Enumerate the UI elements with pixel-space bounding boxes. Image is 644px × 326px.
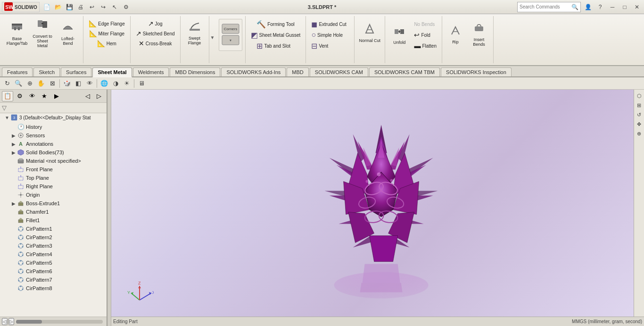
tree-node-cirpattern5[interactable]: CirPattern5: [0, 259, 107, 267]
minimize-button[interactable]: ─: [607, 2, 618, 12]
camera-button[interactable]: 🖥: [136, 79, 147, 88]
swept-flange-button[interactable]: Swept Flange: [183, 17, 206, 49]
zoom-window-button[interactable]: ⊕: [25, 79, 35, 88]
save-button[interactable]: 💾: [64, 2, 74, 12]
display-settings-button[interactable]: 🌐: [99, 79, 109, 88]
tree-node-cirpattern2[interactable]: CirPattern2: [0, 233, 107, 242]
tab-and-slot-button[interactable]: ⊞ Tab and Slot: [254, 41, 297, 51]
document-node[interactable]: ▼ 3 3 (Default<<Default>_Display Stat: [0, 113, 107, 122]
new-button[interactable]: 📄: [41, 2, 52, 12]
view-style-button[interactable]: ◧: [73, 79, 83, 88]
resize-handle[interactable]: [107, 90, 111, 326]
tab-solidworks-cam-tbm[interactable]: SOLIDWORKS CAM TBM: [369, 67, 440, 76]
tree-node-cirpattern4[interactable]: CirPattern4: [0, 250, 107, 259]
cross-break-button[interactable]: ✕ Cross-Break: [136, 39, 174, 48]
extruded-cut-button[interactable]: ◼ Extruded Cut: [309, 19, 351, 29]
panel-tab-properties[interactable]: ⚙: [14, 91, 25, 101]
no-bends-button[interactable]: No Bends: [412, 19, 439, 29]
tree-node-origin[interactable]: Origin: [0, 191, 107, 199]
tab-mbd-dimensions[interactable]: MBD Dimensions: [170, 67, 220, 76]
unfold-button[interactable]: Unfold: [388, 19, 411, 51]
tree-node-chamfer1[interactable]: Chamfer1: [0, 208, 107, 216]
3d-viewport[interactable]: X Y Z ⬡ ⊞ ↺ ✥ ⊕ ≡ Editing Part MMGS (mil…: [111, 90, 644, 326]
options-button[interactable]: ⚙: [121, 2, 131, 12]
redo-button[interactable]: ↪: [98, 2, 108, 12]
rip-button[interactable]: Rip: [445, 19, 466, 51]
tab-weldments[interactable]: Weldments: [133, 67, 169, 76]
sketched-bend-button[interactable]: ↗ Sketched Bend: [133, 29, 177, 38]
hem-button[interactable]: 📐 Hem: [95, 39, 119, 48]
user-button[interactable]: 👤: [583, 2, 593, 12]
panel-tab-expand[interactable]: ▶: [51, 91, 62, 101]
appearance-button[interactable]: ◑: [110, 79, 121, 88]
tree-node-solid-bodies[interactable]: ▶ Solid Bodies(73): [0, 148, 107, 157]
maximize-button[interactable]: □: [619, 2, 630, 12]
flatten-button[interactable]: ▬ Flatten: [412, 41, 439, 51]
convert-to-sheet-button[interactable]: Convert to Sheet Metal: [30, 17, 55, 49]
scene-button[interactable]: ☀: [122, 79, 132, 88]
select-button[interactable]: ↖: [109, 2, 120, 12]
simple-hole-button[interactable]: ○ Simple Hole: [309, 30, 351, 40]
tab-surfaces[interactable]: Surfaces: [61, 67, 91, 76]
base-flange-button[interactable]: Base Flange/Tab: [5, 17, 29, 49]
panel-scroll-left[interactable]: ◁: [2, 318, 8, 325]
corners-button[interactable]: Corners ▼: [219, 19, 242, 51]
help-button[interactable]: ?: [595, 2, 605, 12]
zoom-in-button[interactable]: 🔍: [13, 79, 24, 88]
rotate-button[interactable]: ↻: [2, 79, 12, 88]
tab-features[interactable]: Features: [2, 67, 33, 76]
tree-node-right-plane[interactable]: Right Plane: [0, 182, 107, 191]
tree-node-cirpattern3[interactable]: CirPattern3: [0, 242, 107, 250]
vent-button[interactable]: ⊟ Vent: [309, 41, 351, 51]
tree-node-annotations[interactable]: ▶ A Annotations: [0, 140, 107, 148]
hide-show-button[interactable]: 👁: [84, 79, 95, 88]
panel-expand-button[interactable]: ▷: [93, 91, 105, 101]
insert-bends-button[interactable]: Insert Bends: [468, 19, 490, 51]
pan-view-button[interactable]: ✥: [635, 120, 644, 128]
tab-mbd[interactable]: MBD: [287, 67, 308, 76]
ribbon-group-rip: Rip Insert Bends: [442, 16, 494, 63]
lofted-bend-button[interactable]: Lofted-Bend: [56, 17, 80, 49]
pan-button[interactable]: ✋: [36, 79, 46, 88]
print-button[interactable]: 🖨: [75, 2, 86, 12]
tree-node-fillet1[interactable]: Fillet1: [0, 216, 107, 225]
tab-sheet-metal[interactable]: Sheet Metal: [92, 67, 132, 77]
view-cube-button[interactable]: ⬡: [635, 92, 644, 100]
tree-node-front-plane[interactable]: Front Plane: [0, 165, 107, 174]
tree-node-boss-extrude1[interactable]: ▶ Boss-Extrude1: [0, 199, 107, 208]
tab-solidworks-inspection[interactable]: SOLIDWORKS Inspection: [441, 67, 512, 76]
tree-node-cirpattern6[interactable]: CirPattern6: [0, 267, 107, 276]
tree-node-history[interactable]: 🕐 History: [0, 123, 107, 131]
jog-button[interactable]: ↗ Jog: [146, 19, 165, 28]
rotate-model-button[interactable]: ↺: [635, 110, 644, 119]
zoom-to-fit-button[interactable]: ⊞: [635, 101, 644, 109]
tree-node-cirpattern1[interactable]: CirPattern1: [0, 225, 107, 233]
miter-flange-button[interactable]: 📐 Miter Flange: [87, 29, 127, 38]
tree-node-cirpattern7[interactable]: CirPattern7: [0, 276, 107, 284]
normal-cut-button[interactable]: Normal Cut: [357, 17, 382, 49]
zoom-fit-button[interactable]: ⊠: [47, 79, 58, 88]
sheet-metal-gusset-button[interactable]: ◩ Sheet Metal Gusset: [248, 30, 303, 40]
tab-sketch[interactable]: Sketch: [33, 67, 60, 76]
panel-tab-featuretree[interactable]: 📋: [2, 91, 13, 101]
zoom-scale-button[interactable]: ⊕: [635, 129, 644, 138]
close-button[interactable]: ✕: [632, 2, 642, 12]
tree-node-top-plane[interactable]: Top Plane: [0, 174, 107, 182]
forming-tool-button[interactable]: 🔨 Forming Tool: [254, 19, 297, 29]
tree-node-material[interactable]: Material <not specified>: [0, 157, 107, 165]
search-input[interactable]: [520, 4, 571, 9]
tree-node-cirpattern8[interactable]: CirPattern8: [0, 284, 107, 293]
undo-button[interactable]: ↩: [87, 2, 97, 12]
panel-tab-display[interactable]: 👁: [26, 91, 38, 101]
edge-flange-button[interactable]: 📐 Edge Flange: [86, 19, 127, 28]
tab-solidworks-addins[interactable]: SOLIDWORKS Add-Ins: [221, 67, 286, 76]
view-orientation-button[interactable]: 🎲: [62, 79, 72, 88]
panel-scroll-right[interactable]: ▷: [8, 318, 14, 325]
ribbon-expand-button[interactable]: ▼: [210, 16, 215, 59]
panel-collapse-button[interactable]: ◁: [82, 91, 93, 101]
fold-button[interactable]: ↩ Fold: [412, 30, 439, 40]
tab-solidworks-cam[interactable]: SOLIDWORKS CAM: [310, 67, 368, 76]
panel-tab-appearance[interactable]: ★: [39, 91, 50, 101]
tree-node-sensors[interactable]: ▶ Sensors: [0, 131, 107, 140]
open-button[interactable]: 📂: [53, 2, 63, 12]
